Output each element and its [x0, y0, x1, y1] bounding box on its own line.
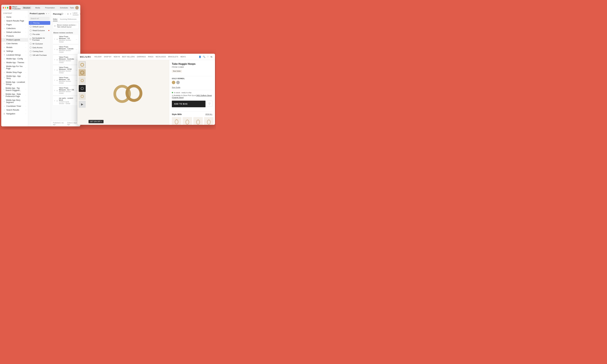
nav-best-sellers[interactable]: BEST SELLERS [122, 56, 135, 58]
more-icon[interactable]: ··· [65, 13, 66, 15]
product-list-item-early-access[interactable]: Early Access [28, 46, 51, 50]
nav-bracelets[interactable]: BRACELETS [168, 56, 178, 58]
product-list-item-not-available[interactable]: Not Available for Purchase [28, 36, 51, 42]
maximize-button[interactable] [7, 7, 8, 9]
section-row-5: ⠿ ⊞ Value Props Marquee - EU + DE Marque… [53, 86, 79, 95]
tab-editor[interactable]: Editor [53, 18, 58, 21]
sidebar-item-pages[interactable]: ○ Pages › [1, 23, 28, 26]
sidebar-item-home[interactable]: ⌂ Home › [1, 15, 28, 19]
sidebar-item-default-collection[interactable]: ○ Default collection › [1, 30, 28, 34]
size-guide-link[interactable]: Size Guide [172, 86, 212, 88]
nav-rings[interactable]: RINGS [148, 56, 153, 58]
tab-presentation[interactable]: Presentation [44, 6, 56, 9]
svg-point-4 [81, 95, 84, 98]
product-list-item-m-plus-exclusive[interactable]: M+ Exclusive [28, 42, 51, 46]
thumb-2[interactable] [79, 77, 86, 84]
sidebar-item-mobile-story-segment[interactable]: ○ Mobile App Story Segment › [1, 98, 28, 104]
view-all-link[interactable]: VIEW ALL [205, 113, 212, 115]
title-bar-right: Tasks [70, 6, 79, 10]
thumb-0[interactable] [79, 61, 86, 68]
style-item-3[interactable]: I Single I... CA$81 14k Yello... [204, 117, 213, 125]
section-action-5[interactable]: — [76, 90, 77, 91]
sidebar-item-mobile-style-pref[interactable]: ○ Mobile App - Style Preference Page › [1, 92, 28, 98]
close-button[interactable] [3, 7, 4, 9]
sidebar-item-mobile-config[interactable]: ○ Mobile App - Config › [1, 57, 28, 61]
nav-shop-by[interactable]: SHOP BY [104, 56, 112, 58]
sidebar-item-mobile-top-search[interactable]: ○ Mobile App - Top Search Suggesti... › [1, 86, 28, 92]
bag-icon[interactable]: 🛍 [211, 56, 212, 58]
product-list-item-default-layout[interactable]: Default Layout [28, 25, 51, 29]
close-icon[interactable]: ✕ [70, 13, 71, 15]
user-avatar[interactable] [75, 6, 79, 10]
section-action-0[interactable]: — [76, 39, 77, 40]
sidebar-item-collections[interactable]: ○ Collections › [1, 26, 28, 30]
product-list-item-pre-order[interactable]: Pre-order [28, 32, 51, 36]
style-item-1[interactable]: Single Star Hoop Charm CA$68 14k Yellow … [183, 117, 192, 125]
swatch-gold[interactable] [172, 81, 175, 84]
sidebar-item-search-results[interactable]: ○ Search Results › [1, 108, 28, 112]
thumb-5[interactable]: ▶ [79, 101, 86, 108]
sidebar-item-navigation[interactable]: ☰ Navigation › [1, 112, 28, 116]
minus-icon[interactable]: − [48, 12, 49, 15]
sidebar-item-mobile-for-you[interactable]: ○ Mobile App For You Page › [1, 65, 28, 70]
thumb-3[interactable] [79, 85, 86, 92]
search-icon[interactable]: 🔍 [203, 56, 205, 58]
nav-mens[interactable]: MEN'S [181, 56, 186, 58]
revision-label[interactable]: Latest revision [73, 12, 79, 16]
account-icon[interactable]: 👤 [199, 56, 201, 58]
sidebar-item-settings[interactable]: ⚙ Settings › [1, 49, 28, 53]
wishlist-button[interactable]: ♡ [206, 101, 212, 107]
sidebar-item-countdown-timer[interactable]: ○ Countdown Timer › [1, 104, 28, 108]
sidebar-label-mobile-themes: Mobile App - Themes [6, 62, 24, 64]
nav-necklaces[interactable]: NECKLACES [156, 56, 166, 58]
tab-structure[interactable]: Structure [22, 6, 31, 9]
sidebar-item-color-themes[interactable]: ○ Color themes › [1, 42, 28, 46]
sidebar-item-search-results-page[interactable]: ○ Search Results Page › [1, 19, 28, 23]
section-action-2[interactable]: — [76, 59, 77, 61]
add-to-bag-button[interactable]: ADD TO BAG [172, 101, 206, 107]
sidebar-item-localized-strings[interactable]: T Localized Strings › [1, 53, 28, 57]
sidebar-item-product-layouts[interactable]: ○ Product Layouts › [1, 38, 28, 42]
discount-bar[interactable]: GET 10% OFF × [89, 120, 104, 123]
section-action-4[interactable]: — [76, 79, 77, 81]
wishlist-icon[interactable]: ♡ [207, 56, 209, 58]
section-action-6[interactable]: — [76, 100, 77, 102]
style-item-2[interactable]: ☽ Single Moon Hoop Charm CA$68 14k Yello… [193, 117, 203, 125]
section-action-1[interactable]: — [76, 49, 77, 50]
grid-icon[interactable]: ⊞ [67, 13, 69, 15]
nav-new-in[interactable]: NEW IN [114, 56, 120, 58]
thumb-4[interactable] [79, 93, 86, 100]
sidebar-item-products[interactable]: ○ Products › [1, 34, 28, 38]
stock-dot [172, 92, 173, 93]
product-list-item-piercing[interactable]: Piercing [29, 21, 50, 25]
tab-incoming-references[interactable]: Incoming References [60, 18, 77, 21]
sidebar-item-mobile-themes[interactable]: ○ Mobile App - Themes › [1, 61, 28, 65]
nav-earrings[interactable]: EARRINGS [137, 56, 146, 58]
thumb-1[interactable] [79, 69, 86, 76]
sidebar-item-mobile-localized[interactable]: ○ Mobile App - Localized Strings › [1, 80, 28, 86]
sidebar-item-modals[interactable]: ○ Modals › [1, 46, 28, 49]
section-action-3[interactable]: — [76, 69, 77, 71]
layout-selector[interactable]: ☐ Above reviews sections • Take default … [53, 23, 79, 29]
product-list-item-retail-exclusive[interactable]: Retail Exclusive [28, 29, 51, 32]
comment-icon[interactable]: 💬 [61, 13, 63, 15]
middle-panel: Product Layouts + − Search ref Piercing … [28, 11, 51, 126]
section-row-2: ⠿ ⊞ Value Props Marquee - Australia Marq… [53, 55, 79, 65]
product-list-item-coming-soon[interactable]: Coming Soon [28, 50, 51, 53]
product-label-default-layout: Default Layout [33, 26, 44, 28]
style-item-0[interactable]: Single Pearl Hoop Charm CA$68 14k Yellow… [172, 117, 181, 125]
sidebar-item-mobile-app-story[interactable]: ○ Mobile App - App Story › [1, 74, 28, 80]
sidebar-item-mobile-shop[interactable]: ○ Mobile Shop Page › [1, 70, 28, 74]
tasks-badge[interactable]: Tasks [70, 7, 74, 9]
sidebar-label-default-collection: Default collection [6, 31, 21, 33]
tab-schedules[interactable]: Schedules [59, 6, 69, 9]
tab-media[interactable]: Media [34, 6, 41, 9]
search-box[interactable]: Search ref [29, 17, 50, 20]
add-icon[interactable]: + [46, 12, 47, 15]
sidebar-label-color-themes: Color themes [6, 42, 18, 45]
nav-holiday[interactable]: HOLIDAY [94, 56, 102, 58]
swatch-silver[interactable] [176, 81, 180, 84]
minimize-button[interactable] [5, 7, 6, 9]
section-title-text-2: Value Props Marquee - Australia [59, 56, 74, 60]
product-list-item-gift-with-purchase[interactable]: Gift with Purchase [28, 53, 51, 57]
